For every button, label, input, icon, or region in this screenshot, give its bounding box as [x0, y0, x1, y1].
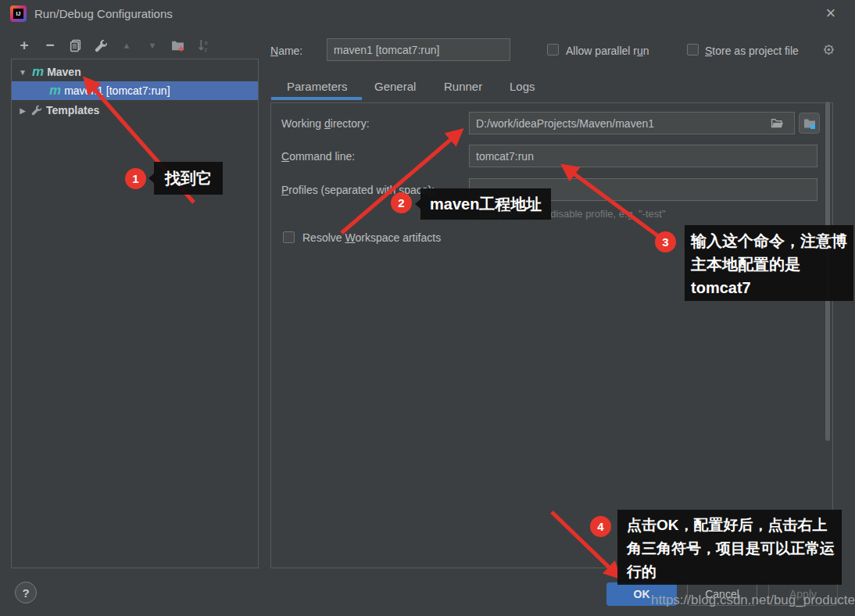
add-configuration-button[interactable]: + [17, 38, 31, 52]
tree-item-label: Templates [46, 104, 99, 116]
annotation-line: 输入这个命令，注意博 [691, 229, 847, 252]
resolve-workspace-artifacts-label: Resolve Workspace artifacts [302, 231, 441, 244]
copy-icon [69, 39, 82, 52]
sort-configurations-button[interactable]: a z [196, 38, 210, 52]
remove-configuration-button[interactable]: − [43, 38, 57, 52]
window-title: Run/Debug Configurations [34, 7, 173, 20]
store-settings-gear-button[interactable] [822, 43, 835, 59]
tree-item-templates[interactable]: ▶ Templates [12, 101, 258, 120]
command-line-label: Command line: [281, 150, 355, 163]
create-folder-button[interactable] [170, 38, 184, 52]
allow-parallel-run-label: Allow parallel run [566, 45, 649, 57]
tab-runner[interactable]: Runner [444, 80, 482, 93]
tab-general[interactable]: General [374, 80, 416, 93]
wrench-icon [31, 105, 42, 116]
configurations-tree: ▼ m Maven m maven1 [tomcat7:run] ▶ Templ… [11, 59, 259, 568]
annotation-label-3: 输入这个命令，注意博 主本地配置的是 tomcat7 [685, 225, 853, 301]
annotation-badge-3: 3 [655, 231, 676, 252]
select-maven-project-button[interactable] [799, 113, 820, 134]
allow-parallel-run-checkbox[interactable] [547, 44, 559, 56]
edit-templates-button[interactable] [94, 38, 108, 52]
name-input[interactable] [327, 38, 510, 61]
maven-icon: m [32, 64, 44, 80]
command-line-input[interactable] [469, 145, 817, 167]
open-folder-icon [771, 116, 784, 130]
annotation-line: 点击OK，配置好后，点击右上 [627, 514, 832, 537]
move-up-button[interactable]: ▲ [120, 38, 134, 52]
chevron-down-icon[interactable]: ▼ [18, 68, 27, 77]
store-as-project-file-checkbox[interactable] [687, 44, 699, 56]
wrench-icon [95, 39, 108, 52]
csdn-watermark: https://blog.csdn.net/bug_producter [651, 593, 855, 608]
store-as-project-file-label: Store as project file [705, 45, 799, 57]
sort-az-icon: a z [197, 39, 210, 52]
tab-logs[interactable]: Logs [510, 80, 535, 93]
resolve-workspace-artifacts-checkbox[interactable] [283, 231, 295, 243]
new-folder-icon [171, 39, 184, 52]
arrow-up-icon: ▲ [123, 38, 131, 52]
parameters-tab-panel [270, 102, 833, 568]
profiles-label: Profiles (separated with space): [281, 184, 435, 196]
working-directory-label: Working directory: [281, 117, 370, 130]
arrow-down-icon: ▼ [148, 38, 157, 52]
question-mark-icon: ? [22, 586, 29, 600]
annotation-badge-2: 2 [391, 192, 412, 213]
annotation-label-2: maven工程地址 [420, 188, 551, 220]
tab-parameters[interactable]: Parameters [287, 80, 348, 93]
annotation-badge-1: 1 [125, 168, 146, 189]
intellij-logo-text: IJ [13, 9, 23, 19]
svg-text:z: z [204, 45, 207, 52]
selected-tab-indicator [271, 97, 362, 100]
tree-item-maven1-tomcat7run[interactable]: m maven1 [tomcat7:run] [12, 81, 258, 100]
annotation-label-1: 找到它 [154, 162, 223, 195]
annotation-line: 行的 [627, 560, 832, 584]
close-icon[interactable]: × [821, 3, 841, 23]
copy-configuration-button[interactable] [68, 38, 82, 52]
chevron-right-icon[interactable]: ▶ [18, 106, 27, 115]
tree-item-label: Maven [47, 66, 81, 78]
plus-icon: + [20, 38, 28, 52]
gear-icon [822, 43, 835, 56]
working-directory-input[interactable] [469, 112, 795, 134]
maven-project-folder-icon [803, 117, 816, 130]
annotation-label-4: 点击OK，配置好后，点击右上 角三角符号，项目是可以正常运 行的 [617, 510, 842, 585]
help-button[interactable]: ? [15, 582, 37, 603]
annotation-line: 主本地配置的是 [691, 252, 847, 276]
intellij-logo-icon: IJ [10, 5, 27, 22]
move-down-button[interactable]: ▼ [145, 38, 159, 52]
minus-icon: − [45, 38, 54, 52]
browse-directory-button[interactable] [771, 116, 784, 132]
tree-item-maven[interactable]: ▼ m Maven [12, 63, 258, 81]
maven-icon: m [49, 83, 61, 98]
annotation-badge-4: 4 [590, 516, 611, 537]
annotation-line: tomcat7 [691, 276, 847, 299]
tree-item-label: maven1 [tomcat7:run] [64, 84, 170, 97]
name-label: Name: [270, 45, 302, 57]
annotation-line: 角三角符号，项目是可以正常运 [627, 537, 832, 560]
